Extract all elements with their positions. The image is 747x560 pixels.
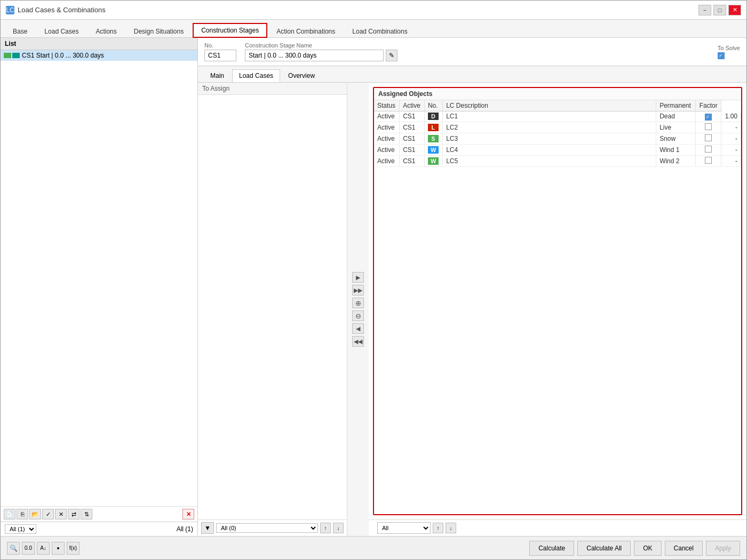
arrow-left-single[interactable]: ◀	[352, 323, 364, 334]
to-solve-group: To Solve	[718, 45, 740, 59]
col-no: No.	[424, 100, 442, 111]
close-button[interactable]: ✕	[728, 5, 741, 15]
arrow-deselect-all[interactable]: ⊖	[352, 310, 364, 321]
edit-button[interactable]: ✎	[386, 50, 398, 61]
cell-factor: -	[721, 122, 741, 133]
assign-header: To Assign	[198, 83, 347, 95]
table-container: Status Active No. LC Description Permane…	[374, 100, 741, 514]
arrow-select-all[interactable]: ⊕	[352, 298, 364, 308]
list-footer: All (1) All (1)	[1, 522, 197, 536]
toolbar-check-btn[interactable]: ✓	[42, 509, 54, 519]
assigned-inner: Assigned Objects Status Active No. LC De…	[373, 87, 742, 515]
tab-load-cases[interactable]: Load Cases	[36, 25, 86, 38]
list-count: All (1)	[177, 525, 193, 533]
tab-design-situations[interactable]: Design Situations	[126, 25, 192, 38]
cancel-button[interactable]: Cancel	[665, 541, 703, 556]
toolbar-copy-btn[interactable]: ⎘	[17, 509, 28, 519]
arrow-right-double[interactable]: ▶▶	[352, 285, 364, 295]
lc-badge: W	[428, 157, 439, 165]
toolbar-uncheck-btn[interactable]: ✕	[55, 509, 67, 519]
sub-tab-overview[interactable]: Overview	[281, 69, 322, 82]
assigned-dropdown[interactable]: All	[377, 522, 431, 534]
cell-permanent	[695, 133, 721, 144]
assigned-footer: All ↑ ↓	[369, 519, 746, 536]
title-bar: LC Load Cases & Combinations − □ ✕	[1, 1, 746, 20]
cell-factor: 1.00	[721, 111, 741, 122]
footer-bar: 🔍 0.0 A↓ • f(x) Calculate Calculate All …	[1, 536, 746, 559]
assign-dropdown[interactable]: All (0)	[216, 523, 318, 533]
toolbar-folder-btn[interactable]: 📂	[29, 509, 41, 519]
list-toolbar: 📄 ⎘ 📂 ✓ ✕ ⇄ ⇅ ✕	[1, 506, 197, 522]
lc-badge: S	[428, 135, 439, 142]
calculate-button[interactable]: Calculate	[529, 541, 574, 556]
cell-no: LC2	[443, 122, 656, 133]
assign-sort-asc[interactable]: ↑	[320, 523, 331, 533]
table-row[interactable]: Active CS1 S LC3 Snow -	[374, 133, 741, 144]
sub-tab-load-cases[interactable]: Load Cases	[232, 69, 280, 82]
title-controls: − □ ✕	[698, 5, 741, 15]
permanent-checkbox[interactable]	[705, 123, 712, 130]
arrow-left-double[interactable]: ◀◀	[352, 336, 364, 347]
ok-button[interactable]: OK	[634, 541, 661, 556]
list-filter-dropdown[interactable]: All (1)	[5, 524, 36, 534]
no-group: No.	[204, 42, 236, 61]
apply-button[interactable]: Apply	[706, 541, 740, 556]
left-panel: List CS1 Start | 0.0 ... 300.0 days 📄 ⎘ …	[1, 38, 198, 536]
table-row[interactable]: Active CS1 D LC1 Dead 1.00	[374, 111, 741, 122]
assigned-sort-desc[interactable]: ↓	[446, 523, 456, 533]
table-row[interactable]: Active CS1 W LC5 Wind 2 -	[374, 155, 741, 166]
cell-no: LC4	[443, 144, 656, 155]
cell-badge: S	[424, 133, 442, 144]
name-input[interactable]	[245, 50, 384, 61]
to-solve-checkbox[interactable]	[718, 52, 725, 59]
no-input[interactable]	[204, 50, 236, 61]
minimize-button[interactable]: −	[698, 5, 711, 15]
tab-action-combinations[interactable]: Action Combinations	[268, 25, 343, 38]
toolbar-sort-btn[interactable]: ⇅	[81, 509, 92, 519]
toolbar-delete-btn[interactable]: ✕	[182, 509, 194, 519]
toolbar-new-btn[interactable]: 📄	[4, 509, 15, 519]
assign-body	[198, 95, 347, 519]
footer-search-btn[interactable]: 🔍	[7, 542, 20, 555]
col-active: Active	[400, 100, 425, 111]
lc-badge: W	[428, 146, 439, 154]
cell-permanent	[695, 111, 721, 122]
cell-status: Active	[374, 155, 400, 166]
tab-base[interactable]: Base	[5, 25, 35, 38]
cell-status: Active	[374, 122, 400, 133]
permanent-checkbox[interactable]	[705, 157, 712, 164]
sub-tab-bar: Main Load Cases Overview	[198, 66, 746, 83]
assign-sort-desc[interactable]: ↓	[333, 523, 344, 533]
permanent-checkbox[interactable]	[705, 134, 712, 141]
tab-actions[interactable]: Actions	[88, 25, 124, 38]
arrow-right-single[interactable]: ▶	[352, 272, 364, 283]
permanent-checkbox[interactable]	[705, 114, 712, 121]
sub-tab-main[interactable]: Main	[203, 69, 231, 82]
table-row[interactable]: Active CS1 W LC4 Wind 1 -	[374, 144, 741, 155]
cell-active: CS1	[400, 111, 425, 122]
arrow-buttons: ▶ ▶▶ ⊕ ⊖ ◀ ◀◀	[347, 83, 369, 536]
cell-description: Snow	[656, 133, 695, 144]
cell-description: Wind 2	[656, 155, 695, 166]
list-body: CS1 Start | 0.0 ... 300.0 days	[1, 50, 197, 506]
permanent-checkbox[interactable]	[705, 146, 712, 153]
assigned-sort-asc[interactable]: ↑	[433, 523, 443, 533]
list-item[interactable]: CS1 Start | 0.0 ... 300.0 days	[1, 50, 197, 61]
cell-badge: W	[424, 155, 442, 166]
table-row[interactable]: Active CS1 L LC2 Live -	[374, 122, 741, 133]
cell-active: CS1	[400, 155, 425, 166]
cell-status: Active	[374, 133, 400, 144]
maximize-button[interactable]: □	[713, 5, 726, 15]
footer-dot-btn[interactable]: •	[52, 542, 65, 555]
footer-func-btn[interactable]: f(x)	[67, 542, 80, 555]
tab-construction-stages[interactable]: Construction Stages	[193, 23, 267, 38]
tab-load-combinations[interactable]: Load Combinations	[344, 25, 415, 38]
footer-num-btn[interactable]: 0.0	[22, 542, 35, 555]
cell-active: CS1	[400, 122, 425, 133]
lc-badge: D	[428, 113, 439, 120]
calculate-all-button[interactable]: Calculate All	[577, 541, 631, 556]
toolbar-move-btn[interactable]: ⇄	[68, 509, 80, 519]
footer-text-btn[interactable]: A↓	[37, 542, 50, 555]
cell-no: LC1	[443, 111, 656, 122]
assign-filter-btn[interactable]: ▼	[201, 522, 214, 534]
